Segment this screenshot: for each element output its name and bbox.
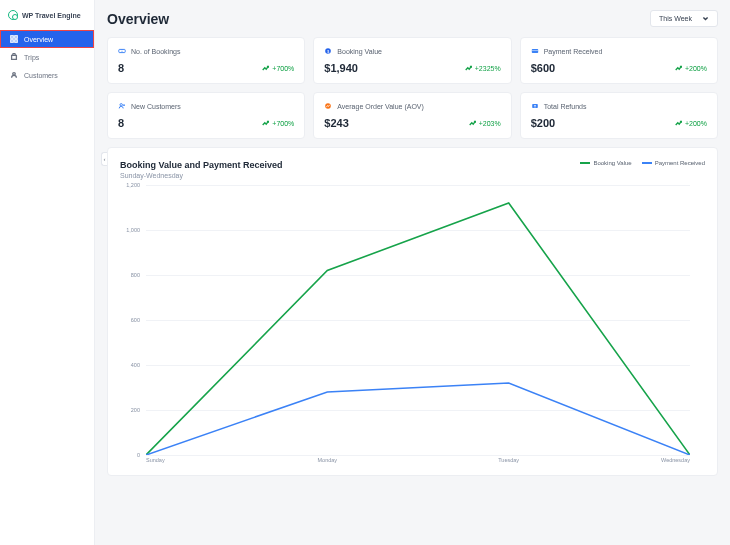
- y-tick-label: 400: [120, 362, 140, 368]
- brand-name: WP Travel Engine: [22, 12, 81, 19]
- x-tick-label: Sunday: [146, 457, 165, 463]
- stat-card: No. of Bookings8+700%: [107, 37, 305, 84]
- series-line: [146, 383, 690, 455]
- stat-value: 8: [118, 117, 124, 129]
- stat-value: $600: [531, 62, 555, 74]
- main-content: Overview This Week No. of Bookings8+700%…: [95, 0, 730, 545]
- stat-label: Booking Value: [337, 48, 382, 55]
- x-tick-label: Wednesday: [661, 457, 690, 463]
- stat-change: +200%: [675, 120, 707, 127]
- page-title: Overview: [107, 11, 169, 27]
- stat-label: Average Order Value (AOV): [337, 103, 424, 110]
- stat-card: New Customers8+700%: [107, 92, 305, 139]
- bag-icon: [10, 53, 18, 61]
- sidebar-item-overview[interactable]: Overview: [0, 30, 94, 48]
- y-tick-label: 600: [120, 317, 140, 323]
- stat-label: Total Refunds: [544, 103, 587, 110]
- date-range-label: This Week: [659, 15, 692, 22]
- y-tick-label: 0: [120, 452, 140, 458]
- svg-rect-2: [11, 40, 13, 42]
- y-tick-label: 800: [120, 272, 140, 278]
- x-axis: SundayMondayTuesdayWednesday: [146, 457, 690, 467]
- stat-change: +2325%: [465, 65, 501, 72]
- avg-icon: [324, 102, 332, 110]
- stat-value: $1,940: [324, 62, 358, 74]
- chart-plot: [146, 185, 690, 455]
- x-tick-label: Monday: [318, 457, 338, 463]
- legend-swatch: [580, 162, 590, 164]
- stat-change: +700%: [262, 120, 294, 127]
- svg-point-10: [120, 104, 122, 106]
- stat-cards-grid: No. of Bookings8+700%$Booking Value$1,94…: [107, 37, 718, 139]
- svg-rect-9: [531, 50, 537, 51]
- chart-area: 02004006008001,0001,200 SundayMondayTues…: [120, 185, 690, 467]
- ticket-icon: [118, 47, 126, 55]
- legend-item: Booking Value: [580, 160, 631, 166]
- chart-legend: Booking ValuePayment Received: [580, 160, 705, 166]
- stat-change: +700%: [262, 65, 294, 72]
- series-line: [146, 203, 690, 455]
- legend-label: Payment Received: [655, 160, 705, 166]
- sidebar-item-label: Customers: [24, 72, 58, 79]
- newuser-icon: [118, 102, 126, 110]
- legend-item: Payment Received: [642, 160, 705, 166]
- app-root: WP Travel Engine OverviewTripsCustomers …: [0, 0, 730, 545]
- svg-rect-3: [15, 40, 17, 42]
- stat-label: New Customers: [131, 103, 181, 110]
- stat-label: No. of Bookings: [131, 48, 180, 55]
- collapse-handle[interactable]: ‹: [101, 152, 107, 166]
- brand-logo: WP Travel Engine: [0, 6, 94, 30]
- stat-value: 8: [118, 62, 124, 74]
- svg-rect-1: [15, 36, 17, 38]
- svg-point-4: [13, 73, 16, 76]
- stat-card: Total Refunds$200+200%: [520, 92, 718, 139]
- chart-title: Booking Value and Payment Received: [120, 160, 283, 170]
- stat-change: +200%: [675, 65, 707, 72]
- y-tick-label: 200: [120, 407, 140, 413]
- y-tick-label: 1,200: [120, 182, 140, 188]
- sidebar-nav: OverviewTripsCustomers: [0, 30, 94, 84]
- sidebar: WP Travel Engine OverviewTripsCustomers: [0, 0, 95, 545]
- stat-label: Payment Received: [544, 48, 603, 55]
- grid-icon: [10, 35, 18, 43]
- chevron-down-icon: [702, 15, 709, 22]
- stat-card: Average Order Value (AOV)$243+203%: [313, 92, 511, 139]
- sidebar-item-customers[interactable]: Customers: [0, 66, 94, 84]
- sidebar-item-label: Trips: [24, 54, 39, 61]
- refund-icon: [531, 102, 539, 110]
- sidebar-item-label: Overview: [24, 36, 53, 43]
- svg-rect-0: [11, 36, 13, 38]
- stat-change: +203%: [469, 120, 501, 127]
- sidebar-item-trips[interactable]: Trips: [0, 48, 94, 66]
- stat-card: $Booking Value$1,940+2325%: [313, 37, 511, 84]
- date-range-select[interactable]: This Week: [650, 10, 718, 27]
- card-icon: [531, 47, 539, 55]
- grid-line: [146, 455, 690, 456]
- legend-swatch: [642, 162, 652, 164]
- chart-subtitle: Sunday-Wednesday: [120, 172, 283, 179]
- y-axis: 02004006008001,0001,200: [120, 185, 144, 455]
- chart-panel: ‹ Booking Value and Payment Received Sun…: [107, 147, 718, 476]
- logo-icon: [8, 10, 18, 20]
- page-header: Overview This Week: [107, 10, 718, 27]
- x-tick-label: Tuesday: [498, 457, 519, 463]
- dollar-icon: $: [324, 47, 332, 55]
- stat-card: Payment Received$600+200%: [520, 37, 718, 84]
- stat-value: $243: [324, 117, 348, 129]
- y-tick-label: 1,000: [120, 227, 140, 233]
- user-icon: [10, 71, 18, 79]
- chart-header: Booking Value and Payment Received Sunda…: [120, 160, 705, 179]
- legend-label: Booking Value: [593, 160, 631, 166]
- stat-value: $200: [531, 117, 555, 129]
